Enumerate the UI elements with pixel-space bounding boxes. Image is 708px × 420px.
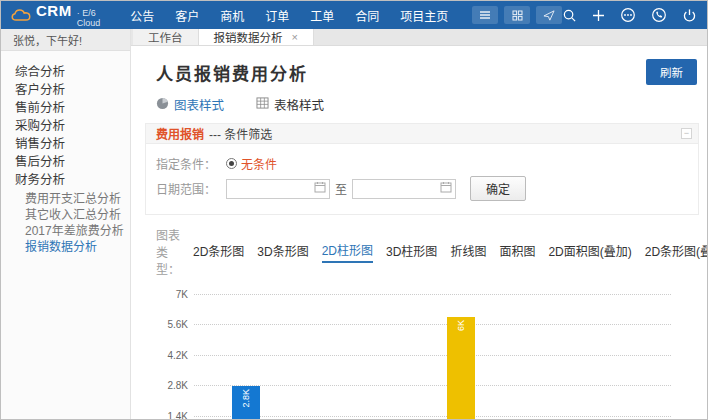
y-tick: 2.8K (146, 380, 188, 391)
confirm-button[interactable]: 确定 (470, 176, 526, 201)
bar-dec-linyu[interactable]: 6K (447, 317, 475, 420)
nav-item-announcements[interactable]: 公告 (130, 7, 154, 24)
sidebar-item-comprehensive-analysis[interactable]: 综合分析 (1, 61, 130, 79)
nav-item-orders[interactable]: 订单 (265, 7, 289, 24)
collapse-icon[interactable]: − (681, 128, 692, 139)
more-icon[interactable] (620, 7, 636, 23)
sidebar-item-procurement-analysis[interactable]: 采购分析 (1, 115, 130, 133)
plus-icon[interactable] (592, 9, 605, 22)
plot-area: 7K 5.6K 4.2K 2.8K 1.4K 0 2.8K (194, 295, 671, 420)
apps-icon[interactable] (504, 6, 530, 24)
nav-item-customers[interactable]: 客户 (175, 7, 199, 24)
table-style-label: 表格样式 (274, 95, 324, 114)
bar-group-linyu: 6K (353, 295, 512, 420)
page-title: 人员报销费用分析 (156, 60, 308, 85)
greeting: 张悦，下午好! (1, 29, 130, 51)
date-range-label: 日期范围： (156, 180, 226, 197)
close-icon[interactable]: × (292, 31, 298, 43)
sidebar-item-travel-expense-2017[interactable]: 2017年差旅费分析 (1, 221, 130, 237)
send-icon[interactable] (536, 6, 562, 24)
chart-type-toolbar: 图表类型： 2D条形图 3D条形图 2D柱形图 3D柱形图 折线图 面积图 2D… (131, 215, 707, 281)
condition-label: 指定条件： (156, 155, 226, 172)
sidebar-item-aftersales-analysis[interactable]: 售后分析 (1, 151, 130, 169)
nav-item-tickets[interactable]: 工单 (310, 7, 334, 24)
filter-panel: 费用报销 --- 条件筛选 − 指定条件： 无条件 日期范围： (145, 123, 699, 215)
filter-header: 费用报销 --- 条件筛选 − (146, 124, 698, 144)
sidebar-item-finance-analysis[interactable]: 财务分析 (1, 169, 130, 187)
sidebar-item-expense-summary[interactable]: 费用开支汇总分析 (1, 189, 130, 205)
type-2d-bar-stacked[interactable]: 2D条形图(叠加) (645, 242, 708, 262)
calendar-icon[interactable] (440, 181, 452, 196)
sidebar-item-customer-analysis[interactable]: 客户分析 (1, 79, 130, 97)
chart-type-label: 图表类型： (156, 226, 180, 277)
chart-style-toggle[interactable]: 图表样式 (156, 95, 224, 114)
bar-group-zhangyue: 2.8K (194, 295, 353, 420)
content: 人员报销费用分析 刷新 图表样式 表格样式 (131, 46, 707, 420)
nav-item-project-home[interactable]: 项目主页 (400, 7, 448, 24)
tab-bar: 工作台 报销数据分析 × (131, 29, 707, 46)
type-line[interactable]: 折线图 (450, 242, 486, 262)
brand-name: CRM (36, 2, 72, 19)
sidebar-item-presales-analysis[interactable]: 售前分析 (1, 97, 130, 115)
bar-group-wangsicheng: 1K (512, 295, 671, 420)
pie-chart-icon (156, 97, 169, 113)
date-to-input[interactable] (352, 179, 456, 199)
type-3d-bar[interactable]: 3D条形图 (257, 242, 308, 262)
type-2d-area-stacked[interactable]: 2D面积图(叠加) (548, 242, 631, 262)
sidebar-item-sales-analysis[interactable]: 销售分析 (1, 133, 130, 151)
brand: CRM · E/6 Cloud (11, 2, 100, 28)
bar-chart: 7K 5.6K 4.2K 2.8K 1.4K 0 2.8K (131, 281, 707, 420)
table-style-toggle[interactable]: 表格样式 (256, 95, 324, 114)
type-2d-bar[interactable]: 2D条形图 (193, 242, 244, 262)
menu-icon[interactable] (472, 6, 498, 24)
sidebar-subitems: 费用开支汇总分析 其它收入汇总分析 2017年差旅费分析 报销数据分析 (1, 189, 130, 253)
tab-workbench[interactable]: 工作台 (133, 29, 199, 45)
nav-item-contracts[interactable]: 合同 (355, 7, 379, 24)
main-area: 工作台 报销数据分析 × 人员报销费用分析 刷新 图 (131, 29, 707, 420)
topbar-icon-buttons (472, 6, 562, 24)
table-icon (256, 97, 269, 112)
date-from-input[interactable] (226, 179, 330, 199)
top-nav: 公告 客户 商机 订单 工单 合同 项目主页 (130, 7, 448, 24)
bar-aug-zhangyue[interactable]: 2.8K (232, 386, 260, 420)
tab-reimbursement-analysis[interactable]: 报销数据分析 × (199, 29, 314, 45)
y-tick: 4.2K (146, 350, 188, 361)
y-tick: 5.6K (146, 319, 188, 330)
filter-subtitle: --- 条件筛选 (209, 125, 272, 142)
no-condition-radio[interactable] (226, 158, 237, 169)
power-icon[interactable] (682, 8, 697, 23)
chart-style-label: 图表样式 (174, 95, 224, 114)
filter-title: 费用报销 (156, 125, 204, 142)
y-tick: 7K (146, 289, 188, 300)
topbar: CRM · E/6 Cloud 公告 客户 商机 订单 工单 合同 项目主页 (1, 1, 707, 29)
sidebar-sections: 综合分析 客户分析 售前分析 采购分析 销售分析 售后分析 财务分析 (1, 51, 130, 189)
date-separator: 至 (335, 180, 347, 197)
tab-workbench-label: 工作台 (148, 29, 183, 45)
brand-suffix: · E/6 Cloud (77, 8, 101, 28)
type-3d-column[interactable]: 3D柱形图 (386, 242, 437, 262)
phone-icon[interactable] (651, 7, 667, 23)
calendar-icon[interactable] (314, 181, 326, 196)
sidebar-item-other-income-summary[interactable]: 其它收入汇总分析 (1, 205, 130, 221)
topbar-right-icons (562, 7, 697, 23)
sidebar: 张悦，下午好! 综合分析 客户分析 售前分析 采购分析 销售分析 售后分析 财务… (1, 29, 131, 420)
cloud-logo-icon (11, 8, 31, 22)
nav-item-opportunities[interactable]: 商机 (220, 7, 244, 24)
search-icon[interactable] (562, 8, 577, 23)
tab-reimbursement-label: 报销数据分析 (214, 29, 283, 45)
type-area[interactable]: 面积图 (499, 242, 535, 262)
type-2d-column[interactable]: 2D柱形图 (322, 241, 373, 263)
sidebar-item-reimbursement-analysis[interactable]: 报销数据分析 (1, 237, 130, 253)
y-tick: 1.4K (146, 411, 188, 420)
app-window: CRM · E/6 Cloud 公告 客户 商机 订单 工单 合同 项目主页 (0, 0, 708, 420)
no-condition-label[interactable]: 无条件 (241, 155, 277, 172)
view-toggle-row: 图表样式 表格样式 (131, 89, 707, 121)
refresh-button[interactable]: 刷新 (646, 59, 697, 85)
